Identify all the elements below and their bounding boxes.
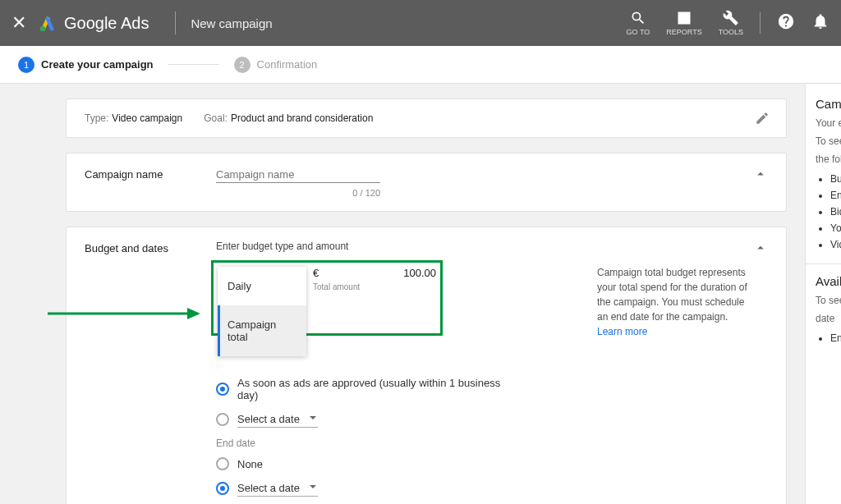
reports-icon (676, 10, 692, 26)
sidebar-item: Vide (830, 239, 841, 250)
radio-icon (216, 457, 229, 470)
name-section-label: Campaign name (85, 167, 216, 181)
notifications-button[interactable] (811, 12, 830, 34)
chevron-up-icon (753, 241, 768, 255)
end-date-select[interactable]: Select a date (237, 480, 318, 497)
name-counter: 0 / 120 (216, 188, 380, 198)
reports-button[interactable]: REPORTS (666, 10, 701, 36)
chevron-up-icon (753, 167, 768, 181)
end-date-label: End date (216, 438, 520, 449)
step1-label: Create your campaign (41, 58, 154, 71)
help-button[interactable] (777, 12, 795, 34)
sidebar-sub-1a: Your e (816, 117, 841, 129)
start-select-date-option[interactable]: Select a date (216, 411, 520, 428)
goto-label: GO TO (627, 28, 650, 36)
topbar: ✕ Google Ads New campaign GO TO REPORTS … (0, 0, 841, 46)
sidebar-item: Bud (830, 173, 841, 185)
estimates-sidebar: Cam Your e To see the foll Bud End Bid Y… (805, 84, 841, 504)
step2-number: 2 (234, 57, 250, 73)
start-date-select[interactable]: Select a date (237, 411, 318, 428)
logo[interactable]: Google Ads (38, 13, 149, 33)
brand-name: Google Ads (64, 14, 149, 33)
sidebar-item: End (830, 190, 841, 201)
sidebar-sub-1c: the foll (816, 153, 841, 165)
bell-icon (811, 12, 830, 30)
radio-icon (216, 413, 229, 426)
close-icon[interactable]: ✕ (11, 12, 26, 34)
type-label: Type: (85, 112, 108, 124)
edit-button[interactable] (755, 111, 770, 129)
pencil-icon (755, 111, 770, 126)
sidebar-item: End (830, 332, 841, 344)
step-connector (168, 64, 219, 65)
step-confirmation[interactable]: 2 Confirmation (234, 57, 318, 73)
budget-prompt: Enter budget type and amount (216, 241, 753, 252)
collapse-button[interactable] (753, 167, 768, 185)
step-create-campaign[interactable]: 1 Create your campaign (18, 57, 154, 73)
radio-icon (216, 383, 229, 396)
radio-icon (216, 482, 229, 495)
page-title: New campaign (191, 16, 272, 30)
start-asap-option[interactable]: As soon as ads are approved (usually wit… (216, 377, 520, 401)
budget-type-daily[interactable]: Daily (218, 267, 306, 305)
step1-number: 1 (18, 57, 34, 73)
budget-dates-card: Budget and dates Enter budget type and a… (66, 227, 787, 504)
sidebar-item: Bid (830, 206, 841, 218)
sidebar-sub-2b: date (816, 313, 841, 324)
reports-label: REPORTS (666, 28, 701, 36)
budget-amount[interactable]: 100.00 (403, 267, 436, 279)
start-asap-label: As soon as ads are approved (usually wit… (237, 377, 520, 401)
end-select-date-option[interactable]: Select a date (216, 480, 520, 497)
campaign-name-card: Campaign name 0 / 120 (66, 153, 787, 212)
type-value: Video campaign (112, 112, 182, 124)
goto-button[interactable]: GO TO (627, 10, 650, 36)
goal-label: Goal: (204, 112, 227, 124)
budget-info-text: Campaign total budget represents your to… (597, 267, 747, 323)
sidebar-heading-1: Cam (816, 97, 841, 111)
stepper: 1 Create your campaign 2 Confirmation (0, 46, 841, 84)
divider (760, 12, 761, 34)
search-icon (630, 10, 646, 26)
sidebar-sub-2a: To see (816, 295, 841, 306)
currency-symbol: € (313, 267, 319, 279)
svg-point-0 (40, 26, 45, 31)
tools-icon (723, 10, 739, 26)
help-icon (777, 12, 795, 30)
sidebar-sub-1b: To see (816, 135, 841, 147)
budget-section-label: Budget and dates (85, 241, 216, 254)
tools-button[interactable]: TOOLS (719, 10, 743, 36)
end-none-option[interactable]: None (216, 457, 520, 470)
end-none-label: None (237, 458, 263, 470)
sidebar-item: You (830, 222, 841, 234)
amount-sublabel: Total amount (313, 282, 520, 291)
tools-label: TOOLS (719, 28, 743, 36)
collapse-button[interactable] (753, 241, 768, 259)
campaign-meta-card: Type: Video campaign Goal: Product and b… (66, 99, 787, 138)
budget-type-campaign-total[interactable]: Campaign total (218, 305, 306, 356)
step2-label: Confirmation (257, 58, 318, 71)
campaign-name-input[interactable] (216, 167, 380, 183)
goal-value: Product and brand consideration (231, 112, 373, 124)
divider (175, 11, 176, 34)
google-ads-icon (38, 13, 57, 33)
learn-more-link[interactable]: Learn more (597, 326, 647, 337)
sidebar-heading-2: Availa (816, 274, 841, 288)
budget-type-dropdown[interactable]: Daily Campaign total (218, 267, 306, 356)
